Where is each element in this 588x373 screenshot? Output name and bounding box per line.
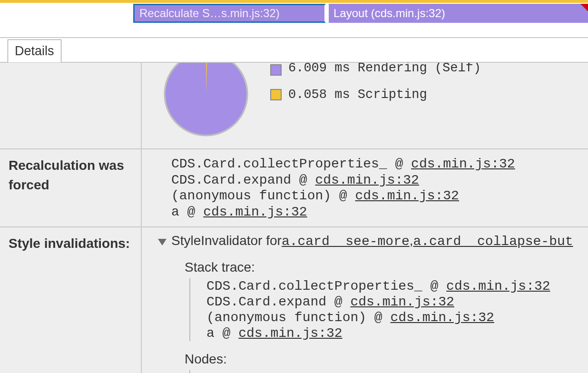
selector-sep: ,: [410, 231, 413, 250]
stack-trace-heading: Stack trace:: [185, 258, 588, 276]
flame-event-label: Layout (cds.min.js:32): [333, 7, 445, 20]
stack-at: @: [179, 205, 203, 219]
invalidator-stack-trace: CDS.Card.collectProperties_ @ cds.min.js…: [189, 278, 588, 341]
style-invalidator-item: StyleInvalidator for a.card__see-more , …: [142, 227, 588, 373]
recalculation-forced-row: Recalculation was forced CDS.Card.collec…: [0, 149, 588, 227]
selector-link[interactable]: a.card__see-more: [282, 232, 410, 251]
stack-frame: a @ cds.min.js:32: [206, 325, 588, 341]
stack-at: @: [215, 326, 238, 341]
aggregated-time-row: 6.009 ms Rendering (Self) 0.058 ms Scrip…: [0, 63, 588, 149]
selector-link[interactable]: a.card__collapse-but: [413, 232, 573, 251]
stack-frame: (anonymous function) @ cds.min.js:32: [206, 310, 588, 325]
stack-at: @: [291, 173, 315, 187]
source-link[interactable]: cds.min.js:32: [350, 294, 454, 309]
stack-fn: CDS.Card.expand: [206, 294, 326, 309]
swatch-scripting-icon: [270, 89, 282, 100]
stack-fn: a: [206, 326, 215, 341]
flame-event-layout[interactable]: Layout (cds.min.js:32): [329, 4, 588, 23]
source-link[interactable]: cds.min.js:32: [446, 279, 550, 294]
aggregated-time-label: [0, 63, 142, 148]
forced-stack-trace: CDS.Card.collectProperties_ @ cds.min.js…: [142, 149, 588, 226]
details-panel: 6.009 ms Rendering (Self) 0.058 ms Scrip…: [0, 63, 588, 373]
chevron-down-icon[interactable]: [158, 239, 167, 245]
stack-fn: CDS.Card.collectProperties_: [206, 279, 422, 294]
invalidator-prefix: StyleInvalidator for: [171, 231, 282, 250]
source-link[interactable]: cds.min.js:32: [355, 188, 459, 203]
legend-text: 0.058 ms Scripting: [288, 88, 427, 102]
tab-details[interactable]: Details: [8, 39, 61, 62]
flame-top-accent: [0, 0, 588, 3]
stack-at: @: [331, 188, 355, 203]
stack-frame: CDS.Card.collectProperties_ @ cds.min.js…: [206, 278, 588, 294]
stack-fn: (anonymous function): [206, 310, 366, 325]
stack-fn: CDS.Card.collectProperties_: [171, 157, 387, 171]
style-invalidations-row: Style invalidations: StyleInvalidator fo…: [0, 227, 588, 373]
legend-text: 6.009 ms Rendering (Self): [288, 63, 481, 75]
stack-at: @: [387, 157, 411, 171]
stack-frame: CDS.Card.expand @ cds.min.js:32: [206, 294, 588, 310]
stack-frame: CDS.Card.collectProperties_ @ cds.min.js…: [171, 156, 588, 172]
style-invalidations-label: Style invalidations:: [0, 227, 142, 373]
pie-chart: [142, 63, 270, 148]
recalculation-forced-label: Recalculation was forced: [0, 149, 142, 226]
details-tabs: Details: [0, 38, 588, 63]
nodes-heading: Nodes:: [185, 350, 588, 368]
source-link[interactable]: cds.min.js:32: [411, 157, 515, 171]
flame-event-label: Recalculate S…s.min.js:32): [139, 7, 280, 20]
stack-at: @: [326, 294, 350, 309]
source-link[interactable]: cds.min.js:32: [203, 205, 307, 219]
source-link[interactable]: cds.min.js:32: [390, 310, 494, 325]
source-link[interactable]: cds.min.js:32: [315, 173, 419, 187]
stack-at: @: [366, 310, 390, 325]
flame-warning-corner-icon: [580, 4, 588, 11]
stack-fn: (anonymous function): [171, 188, 331, 203]
flame-event-recalculate-style[interactable]: Recalculate S…s.min.js:32): [133, 4, 326, 23]
stack-fn: a: [171, 205, 179, 219]
pie-legend: 6.009 ms Rendering (Self) 0.058 ms Scrip…: [270, 63, 481, 112]
stack-at: @: [422, 279, 446, 294]
stack-frame: (anonymous function) @ cds.min.js:32: [171, 188, 588, 204]
legend-item-scripting: 0.058 ms Scripting: [270, 88, 481, 102]
stack-frame: a @ cds.min.js:32: [171, 204, 588, 220]
stack-frame: CDS.Card.expand @ cds.min.js:32: [171, 172, 588, 188]
invalidator-nodes: a.card__see-more, a.card__collapse-butto…: [189, 370, 588, 373]
stack-fn: CDS.Card.expand: [171, 173, 291, 187]
flame-chart[interactable]: Recalculate S…s.min.js:32) Layout (cds.m…: [0, 0, 588, 25]
legend-item-rendering: 6.009 ms Rendering (Self): [270, 63, 481, 77]
source-link[interactable]: cds.min.js:32: [238, 326, 342, 341]
swatch-rendering-icon: [270, 64, 282, 76]
